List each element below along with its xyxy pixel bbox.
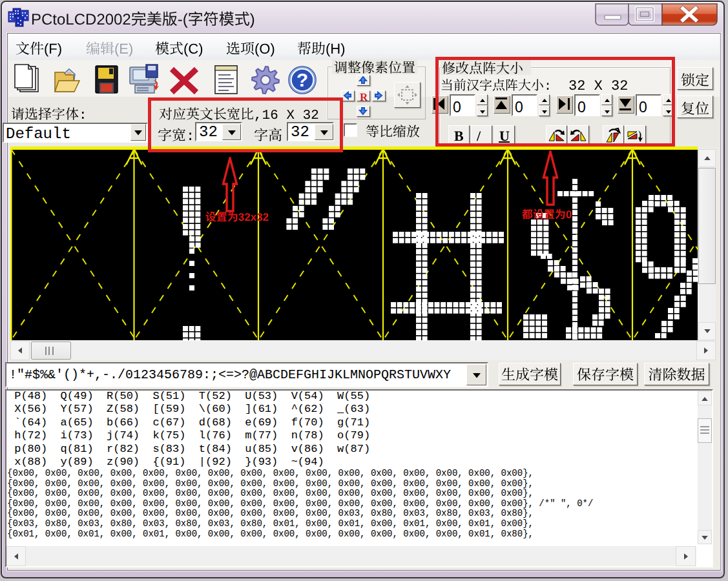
svg-text:?: ?	[296, 69, 308, 90]
